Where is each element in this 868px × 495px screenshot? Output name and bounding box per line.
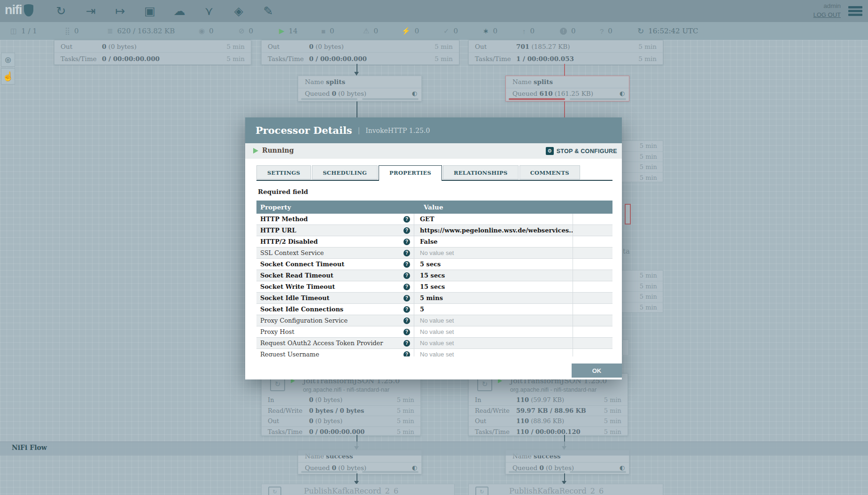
property-name-cell: SSL Context Service? (256, 248, 414, 258)
stat-row: Tasks/Time1 / 00:00:00.0535 min (469, 52, 663, 64)
backpressure-bars (509, 98, 626, 100)
stat-period: 5 min (397, 428, 414, 435)
property-name-cell: Socket Idle Timeout? (256, 293, 414, 303)
processor-jolttransformjson-right[interactable]: ↻JoltTransformJSON 1.25.0org.apache.nifi… (468, 373, 628, 436)
processor-name: PublishKafkaRecord_2_6 (509, 487, 604, 495)
status-stopped: ■0 (321, 22, 334, 40)
status-not-transmitting: ⊘0 (239, 22, 253, 40)
dialog-title: Processor Details (256, 124, 352, 136)
stat-period: 5 min (397, 407, 414, 414)
property-value: No value set (414, 338, 573, 348)
processor-publishkafka-right[interactable]: ↻ PublishKafkaRecord_2_6 (468, 484, 663, 495)
stat-period: 5 min (434, 55, 453, 62)
status-sync-failure-count: 0 (608, 27, 612, 35)
backpressure-bars (301, 98, 418, 100)
stat-value: 59.97 KB / 88.96 KB (516, 407, 604, 414)
stat-label: Out (61, 43, 102, 50)
processor-name: PublishKafkaRecord_2_6 (304, 487, 398, 495)
tab-settings[interactable]: SETTINGS (256, 165, 311, 179)
funnel-toolbar-icon[interactable]: ⋎ (201, 4, 217, 18)
stat-label: Read/Write (475, 407, 516, 414)
birdseye-button[interactable]: ◎ (1, 53, 15, 67)
connection-fragment[interactable] (623, 340, 629, 356)
property-extra-cell (573, 225, 612, 236)
not-transmitting-icon: ⊘ (239, 27, 245, 35)
grid-icon: ⣿ (65, 27, 70, 35)
template-toolbar-icon[interactable]: ◈ (231, 4, 247, 18)
stat-row-fragment: 5 min (622, 281, 663, 292)
tab-comments[interactable]: COMMENTS (519, 165, 580, 179)
ok-button[interactable]: OK (572, 364, 622, 378)
label-toolbar-icon[interactable]: ✎ (260, 4, 276, 18)
property-name: Socket Idle Connections (260, 306, 343, 313)
connection-label-splits[interactable]: Name splitsQueued 0 (0 bytes)◐ (298, 76, 422, 101)
output-port-toolbar-icon[interactable]: ↦ (112, 4, 128, 18)
status-up-to-date-count: 0 (454, 27, 458, 35)
global-menu-icon[interactable] (848, 6, 862, 17)
property-name-cell: Socket Read Timeout? (256, 270, 414, 281)
process-group-toolbar-icon[interactable]: ▣ (142, 4, 158, 18)
status-stopped-count: 0 (330, 27, 334, 35)
help-icon[interactable]: ? (403, 295, 410, 302)
connection-arrow (354, 72, 359, 76)
processor-publishkafka-left[interactable]: ↻ PublishKafkaRecord_2_6 (261, 484, 455, 495)
connection-fragment-alert[interactable] (625, 204, 631, 224)
remote-process-group-toolbar-icon[interactable]: ☁ (171, 4, 187, 18)
stat-row: In110 (59.97 KB)5 min (469, 395, 628, 405)
help-icon[interactable]: ? (403, 306, 410, 313)
help-icon[interactable]: ? (403, 329, 410, 335)
help-icon[interactable]: ? (403, 272, 410, 279)
processor-fragment-right-2[interactable]: 5 min5 min5 min5 min (622, 270, 663, 313)
stat-row: Read/Write0 bytes / 0 bytes5 min (262, 405, 420, 416)
processor-fragment-right-1[interactable]: 5 min5 min5 min5 min (622, 140, 663, 182)
tab-relationships[interactable]: RELATIONSHIPS (443, 165, 519, 179)
stat-value: 701 (185.27 KB) (516, 43, 638, 50)
stat-row-fragment: 5 min (622, 271, 663, 281)
logout-link[interactable]: LOG OUT (813, 11, 841, 18)
property-name-cell: Socket Write Timeout? (256, 281, 414, 292)
status-stale: ↑0 (522, 22, 535, 40)
processor-jolttransformjson-left[interactable]: ↻JoltTransformJSON 1.25.0org.apache.nifi… (261, 373, 421, 436)
help-icon[interactable]: ? (403, 239, 410, 245)
property-value: No value set (414, 248, 573, 258)
processor-toolbar-icon[interactable]: ↻ (53, 4, 69, 18)
status-running: ▶14 (279, 22, 298, 40)
stat-value: 110 (59.97 KB) (516, 396, 604, 403)
stat-value: 0 (0 bytes) (309, 43, 434, 50)
property-extra-cell (573, 270, 612, 281)
stop-and-configure-button[interactable]: ⚙ STOP & CONFIGURE (546, 143, 617, 159)
transmitting-icon: ◉ (199, 27, 205, 35)
help-icon[interactable]: ? (403, 227, 410, 234)
help-icon[interactable]: ? (403, 351, 410, 357)
processor-fragment-top-left[interactable]: Out0 (0 bytes)5 minTasks/Time0 / 00:00:0… (54, 40, 251, 65)
help-icon[interactable]: ? (403, 340, 410, 347)
processor-fragment-top-middle[interactable]: Out0 (0 bytes)5 minTasks/Time0 / 00:00:0… (261, 40, 459, 65)
tab-scheduling[interactable]: SCHEDULING (312, 165, 378, 179)
stat-row: Out0 (0 bytes)5 min (262, 40, 459, 52)
connection-label-splits-queued[interactable]: Name splitsQueued 610 (161.25 KB)◐ (505, 76, 629, 101)
property-value: No value set (414, 315, 573, 326)
connection-name-row: Name splits (298, 76, 421, 88)
stat-period: 5 min (434, 43, 453, 50)
processor-bundle: org.apache.nifi - nifi-standard-nar (303, 387, 389, 393)
refresh-icon[interactable]: ↻ (637, 26, 644, 36)
stat-row: Read/Write59.97 KB / 88.96 KB5 min (469, 405, 628, 416)
connection-line (564, 64, 565, 76)
input-port-toolbar-icon[interactable]: ⇥ (83, 4, 99, 18)
help-icon[interactable]: ? (403, 317, 410, 324)
help-icon[interactable]: ? (403, 284, 410, 290)
help-icon[interactable]: ? (403, 216, 410, 223)
breadcrumb[interactable]: NiFi Flow (12, 444, 47, 451)
property-name: Request Username (260, 351, 319, 356)
stat-value: 0 (0 bytes) (309, 396, 397, 403)
processor-fragment-top-right[interactable]: Out701 (185.27 KB)5 minTasks/Time1 / 00:… (468, 40, 663, 65)
help-icon[interactable]: ? (403, 250, 410, 256)
property-extra-cell (573, 259, 612, 270)
tab-properties[interactable]: PROPERTIES (379, 165, 442, 181)
pan-button[interactable]: ☝ (1, 68, 15, 85)
property-extra-cell (573, 349, 612, 356)
backpressure-bars (509, 471, 626, 473)
stat-period: 5 min (638, 55, 657, 62)
help-icon[interactable]: ? (403, 261, 410, 268)
up-to-date-icon: ✓ (443, 27, 450, 35)
